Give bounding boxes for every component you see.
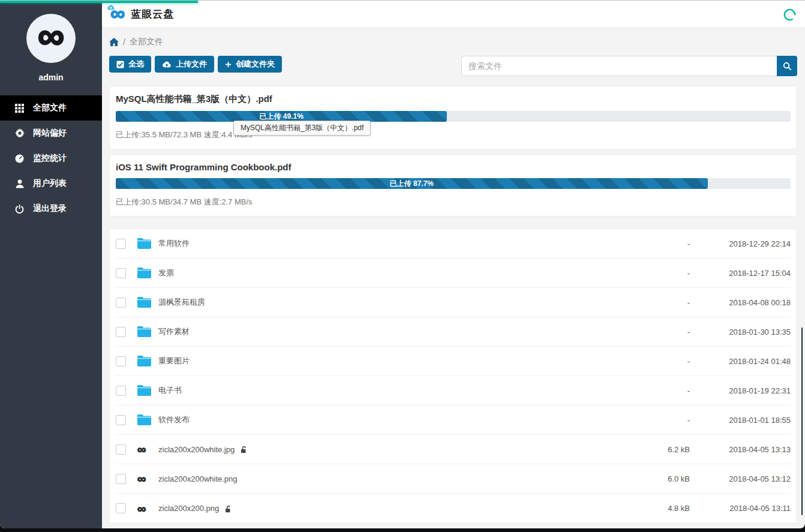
upload-file-label: 上传文件 bbox=[176, 59, 207, 70]
file-row[interactable]: 发票 - 2018-12-17 15:04 bbox=[116, 259, 791, 288]
upload-file-button[interactable]: 上传文件 bbox=[155, 56, 214, 73]
power-icon bbox=[14, 205, 25, 214]
upload-progress-fill: 已上传 87.7% bbox=[116, 178, 708, 189]
row-checkbox[interactable] bbox=[116, 297, 126, 308]
content: / 全部文件 全选 上传文件 bbox=[102, 28, 805, 528]
file-row[interactable]: ∞ zicla200x200.png 4.8 kB 2018-04-05 13:… bbox=[116, 494, 791, 523]
search-input[interactable] bbox=[461, 56, 777, 76]
file-name[interactable]: 写作素材 bbox=[158, 326, 190, 337]
row-checkbox[interactable] bbox=[116, 386, 126, 396]
file-size: - bbox=[636, 298, 690, 307]
upload-card: MySQL高性能书籍_第3版（中文）.pdf 已上传 49.1% MySQL高性… bbox=[109, 86, 797, 149]
upload-progress-track: 已上传 49.1% bbox=[116, 111, 791, 122]
file-name[interactable]: 常用软件 bbox=[158, 238, 190, 249]
cloud-upload-icon bbox=[162, 61, 172, 68]
breadcrumb-separator: / bbox=[123, 37, 125, 47]
file-name[interactable]: 软件发布 bbox=[158, 414, 190, 425]
grid-icon bbox=[14, 104, 25, 113]
row-checkbox[interactable] bbox=[116, 327, 126, 337]
breadcrumb: / 全部文件 bbox=[109, 37, 797, 47]
file-row[interactable]: 软件发布 - 2018-01-01 18:55 bbox=[116, 405, 791, 435]
file-row[interactable]: 源枫景苑租房 - 2018-04-08 00:18 bbox=[116, 288, 791, 317]
upload-card: iOS 11 Swift Programming Cookbook.pdf 已上… bbox=[109, 154, 797, 217]
row-checkbox[interactable] bbox=[116, 503, 126, 513]
row-checkbox[interactable] bbox=[116, 415, 126, 425]
gauge-icon bbox=[14, 154, 25, 163]
app-title: 蓝眼云盘 bbox=[131, 7, 174, 21]
row-checkbox[interactable] bbox=[116, 239, 126, 249]
row-checkbox[interactable] bbox=[116, 444, 126, 455]
file-row[interactable]: 重要图片 - 2018-01-24 01:48 bbox=[116, 347, 791, 376]
file-date: 2018-01-19 22:31 bbox=[690, 386, 791, 395]
gear-icon bbox=[14, 128, 25, 138]
plus-icon bbox=[225, 61, 232, 68]
folder-icon bbox=[137, 385, 151, 396]
search-icon bbox=[783, 62, 792, 71]
folder-icon bbox=[137, 267, 151, 278]
folder-icon bbox=[137, 297, 151, 308]
folder-icon bbox=[137, 414, 151, 425]
sidebar-item-label: 网站偏好 bbox=[33, 128, 67, 139]
sidebar-item-label: 全部文件 bbox=[33, 103, 67, 113]
file-row[interactable]: ∞ zicla200x200white.png 6.0 kB 2018-04-0… bbox=[116, 464, 791, 494]
folder-icon bbox=[137, 356, 151, 366]
row-checkbox[interactable] bbox=[116, 356, 126, 366]
sidebar-item-label: 监控统计 bbox=[33, 153, 67, 164]
folder-icon bbox=[137, 238, 151, 249]
sidebar-item-label: 用户列表 bbox=[33, 178, 67, 189]
file-date: 2018-01-30 13:35 bbox=[690, 327, 791, 336]
file-date: 2018-04-08 00:18 bbox=[690, 298, 791, 307]
search-bar bbox=[461, 56, 797, 76]
page-loading-bar bbox=[0, 1, 198, 3]
file-logo-icon: ∞ bbox=[137, 473, 146, 485]
file-row[interactable]: 写作素材 - 2018-01-30 13:35 bbox=[116, 317, 791, 347]
file-date: 2018-12-17 15:04 bbox=[690, 269, 791, 278]
brand-home-link[interactable]: ∞ 蓝眼云盘 bbox=[110, 4, 174, 25]
file-name[interactable]: zicla200x200.png bbox=[158, 504, 219, 513]
file-date: 2018-01-24 01:48 bbox=[690, 357, 791, 366]
row-checkbox[interactable] bbox=[116, 474, 126, 484]
home-icon[interactable] bbox=[109, 38, 119, 46]
file-size: - bbox=[636, 239, 690, 248]
file-name[interactable]: 电子书 bbox=[158, 385, 182, 396]
file-name[interactable]: 源枫景苑租房 bbox=[158, 297, 205, 308]
create-folder-label: 创建文件夹 bbox=[236, 59, 275, 70]
file-size: 6.0 kB bbox=[636, 474, 690, 483]
sidebar-item-label: 退出登录 bbox=[33, 203, 67, 214]
breadcrumb-current: 全部文件 bbox=[130, 37, 163, 47]
file-date: 2018-12-29 22:14 bbox=[690, 239, 791, 248]
infinity-logo-icon: ∞ bbox=[38, 17, 64, 55]
file-size: - bbox=[636, 327, 690, 336]
upload-detail: 已上传:35.5 MB/72.3 MB 速度:4.4 MB/s bbox=[116, 130, 791, 140]
file-size: 4.8 kB bbox=[636, 504, 690, 513]
file-date: 2018-04-05 13:13 bbox=[690, 445, 791, 454]
file-logo-icon: ∞ bbox=[137, 503, 146, 515]
file-row[interactable]: ∞ zicla200x200white.jpg 6.2 kB 2018-04-0… bbox=[116, 435, 791, 464]
upload-detail: 已上传:30.5 MB/34.7 MB 速度:2.7 MB/s bbox=[116, 197, 791, 208]
file-name[interactable]: 发票 bbox=[158, 267, 174, 278]
file-name[interactable]: zicla200x200white.png bbox=[158, 474, 238, 483]
sidebar-nav: 全部文件 网站偏好 监控统计 bbox=[0, 95, 102, 221]
sidebar-item-user-list[interactable]: 用户列表 bbox=[0, 171, 102, 196]
file-date: 2018-01-01 18:55 bbox=[690, 416, 791, 425]
file-list: 常用软件 - 2018-12-29 22:14 发票 - 2018-12-17 … bbox=[109, 229, 797, 524]
sidebar-item-all-files[interactable]: 全部文件 bbox=[0, 95, 102, 121]
file-name[interactable]: 重要图片 bbox=[158, 356, 190, 366]
unlock-icon bbox=[224, 505, 232, 513]
select-all-button[interactable]: 全选 bbox=[109, 56, 151, 73]
file-name[interactable]: zicla200x200white.jpg bbox=[158, 445, 235, 454]
file-row[interactable]: 电子书 - 2018-01-19 22:31 bbox=[116, 376, 791, 405]
file-row[interactable]: 常用软件 - 2018-12-29 22:14 bbox=[116, 229, 791, 259]
sidebar-item-site-preferences[interactable]: 网站偏好 bbox=[0, 121, 102, 146]
scrollbar-thumb[interactable] bbox=[801, 327, 803, 515]
search-button[interactable] bbox=[777, 56, 797, 76]
file-date: 2018-04-05 13:12 bbox=[690, 474, 791, 483]
sidebar-item-logout[interactable]: 退出登录 bbox=[0, 196, 102, 221]
sidebar-item-monitor-stats[interactable]: 监控统计 bbox=[0, 146, 102, 171]
upload-progress-track: 已上传 87.7% bbox=[116, 178, 791, 189]
create-folder-button[interactable]: 创建文件夹 bbox=[218, 56, 282, 73]
row-checkbox[interactable] bbox=[116, 268, 126, 278]
upload-filename: MySQL高性能书籍_第3版（中文）.pdf bbox=[116, 94, 791, 105]
unlock-icon bbox=[240, 446, 248, 454]
avatar: ∞ bbox=[26, 14, 76, 63]
